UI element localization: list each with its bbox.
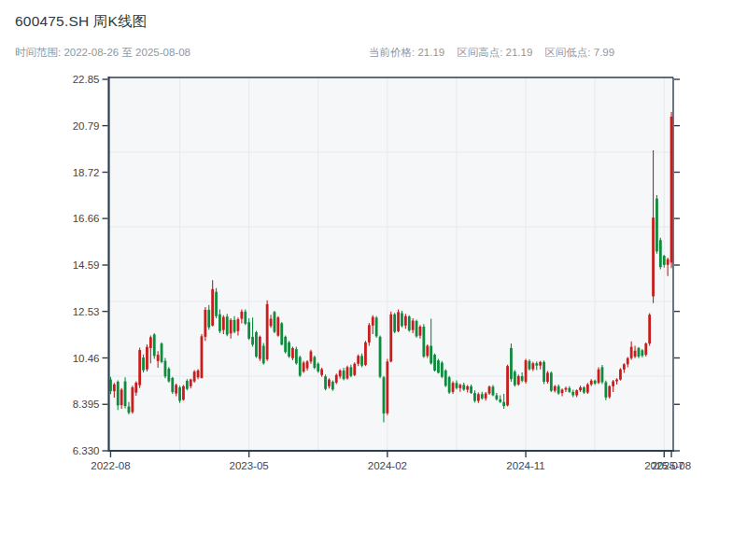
kline-chart: 22.8520.7918.7216.6614.5912.5310.468.395… <box>0 0 747 560</box>
svg-text:16.66: 16.66 <box>73 213 100 224</box>
svg-text:10.46: 10.46 <box>73 353 100 364</box>
svg-text:2025-08: 2025-08 <box>652 460 691 471</box>
svg-text:8.395: 8.395 <box>73 399 100 410</box>
svg-text:12.53: 12.53 <box>73 306 100 317</box>
svg-text:6.330: 6.330 <box>73 445 100 456</box>
svg-text:2023-05: 2023-05 <box>230 460 269 471</box>
svg-text:2024-02: 2024-02 <box>368 460 407 471</box>
svg-text:2024-11: 2024-11 <box>506 460 544 471</box>
kline-page: 600475.SH 周K线图 时间范围: 2022-08-26 至 2025-0… <box>0 0 747 560</box>
svg-text:18.72: 18.72 <box>73 167 100 178</box>
svg-text:22.85: 22.85 <box>73 74 100 85</box>
svg-text:2022-08: 2022-08 <box>91 460 130 471</box>
svg-text:14.59: 14.59 <box>73 259 100 271</box>
svg-text:20.79: 20.79 <box>73 120 100 132</box>
